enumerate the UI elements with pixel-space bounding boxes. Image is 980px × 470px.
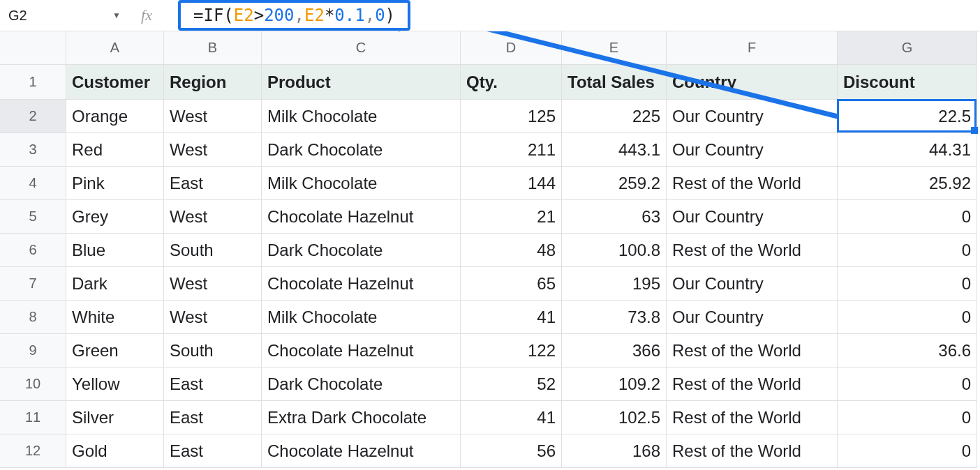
- cell-D3[interactable]: 211: [461, 133, 562, 167]
- cell-G5[interactable]: 0: [838, 200, 977, 234]
- row-header-5[interactable]: 5: [0, 200, 66, 234]
- cell-D11[interactable]: 41: [461, 401, 562, 434]
- column-header-G[interactable]: Discount: [838, 65, 977, 100]
- row-header-8[interactable]: 8: [0, 301, 66, 334]
- cell-A9[interactable]: Green: [66, 334, 164, 367]
- cell-C3[interactable]: Dark Chocolate: [262, 133, 461, 167]
- cell-C12[interactable]: Chocolate Hazelnut: [262, 434, 461, 468]
- col-header-C[interactable]: C: [262, 31, 461, 65]
- cell-F12[interactable]: Rest of the World: [667, 434, 838, 468]
- cell-F2[interactable]: Our Country: [667, 100, 838, 133]
- cell-E11[interactable]: 102.5: [562, 401, 667, 434]
- cell-F10[interactable]: Rest of the World: [667, 367, 838, 401]
- cell-D7[interactable]: 65: [461, 267, 562, 301]
- cell-B12[interactable]: East: [164, 434, 262, 468]
- cell-F11[interactable]: Rest of the World: [667, 401, 838, 434]
- cell-G12[interactable]: 0: [838, 434, 977, 468]
- cell-G11[interactable]: 0: [838, 401, 977, 434]
- cell-E2[interactable]: 225: [562, 100, 667, 133]
- cell-A5[interactable]: Grey: [66, 200, 164, 234]
- cell-G7[interactable]: 0: [838, 267, 977, 301]
- cell-B10[interactable]: East: [164, 367, 262, 401]
- cell-G10[interactable]: 0: [838, 367, 977, 401]
- col-header-E[interactable]: E: [562, 31, 667, 65]
- cell-D10[interactable]: 52: [461, 367, 562, 401]
- cell-F7[interactable]: Our Country: [667, 267, 838, 301]
- cell-B9[interactable]: South: [164, 334, 262, 367]
- col-header-F[interactable]: F: [667, 31, 838, 65]
- cell-B8[interactable]: West: [164, 301, 262, 334]
- cell-G8[interactable]: 0: [838, 301, 977, 334]
- cell-B2[interactable]: West: [164, 100, 262, 133]
- cell-C8[interactable]: Milk Chocolate: [262, 301, 461, 334]
- cell-A4[interactable]: Pink: [66, 167, 164, 200]
- cell-D9[interactable]: 122: [461, 334, 562, 367]
- row-header-12[interactable]: 12: [0, 434, 66, 468]
- cell-A10[interactable]: Yellow: [66, 367, 164, 401]
- cell-E9[interactable]: 366: [562, 334, 667, 367]
- cell-F5[interactable]: Our Country: [667, 200, 838, 234]
- cell-C7[interactable]: Chocolate Hazelnut: [262, 267, 461, 301]
- cell-C9[interactable]: Chocolate Hazelnut: [262, 334, 461, 367]
- row-header-10[interactable]: 10: [0, 367, 66, 401]
- cell-E4[interactable]: 259.2: [562, 167, 667, 200]
- row-header-9[interactable]: 9: [0, 334, 66, 367]
- cell-C5[interactable]: Chocolate Hazelnut: [262, 200, 461, 234]
- cell-D5[interactable]: 21: [461, 200, 562, 234]
- col-header-A[interactable]: A: [66, 31, 164, 65]
- cell-E7[interactable]: 195: [562, 267, 667, 301]
- row-header-3[interactable]: 3: [0, 133, 66, 167]
- cell-G2[interactable]: 22.5: [838, 100, 977, 133]
- col-header-G[interactable]: G: [838, 31, 977, 65]
- cell-C11[interactable]: Extra Dark Chocolate: [262, 401, 461, 434]
- row-header-2[interactable]: 2: [0, 100, 66, 133]
- col-header-D[interactable]: D: [461, 31, 562, 65]
- column-header-A[interactable]: Customer: [66, 65, 164, 100]
- cell-B4[interactable]: East: [164, 167, 262, 200]
- cell-E8[interactable]: 73.8: [562, 301, 667, 334]
- formula-input[interactable]: =IF(E2>200,E2*0.1,0): [178, 0, 410, 31]
- cell-C6[interactable]: Dark Chocolate: [262, 234, 461, 267]
- cell-D4[interactable]: 144: [461, 167, 562, 200]
- select-all-corner[interactable]: [0, 31, 66, 65]
- cell-A11[interactable]: Silver: [66, 401, 164, 434]
- cell-D2[interactable]: 125: [461, 100, 562, 133]
- cell-A6[interactable]: Blue: [66, 234, 164, 267]
- cell-G6[interactable]: 0: [838, 234, 977, 267]
- cell-D12[interactable]: 56: [461, 434, 562, 468]
- cell-B5[interactable]: West: [164, 200, 262, 234]
- cell-C4[interactable]: Milk Chocolate: [262, 167, 461, 200]
- cell-C2[interactable]: Milk Chocolate: [262, 100, 461, 133]
- cell-F9[interactable]: Rest of the World: [667, 334, 838, 367]
- row-header-6[interactable]: 6: [0, 234, 66, 267]
- row-header-1[interactable]: 1: [0, 65, 66, 100]
- column-header-E[interactable]: Total Sales: [562, 65, 667, 100]
- cell-G3[interactable]: 44.31: [838, 133, 977, 167]
- cell-F6[interactable]: Rest of the World: [667, 234, 838, 267]
- cell-E3[interactable]: 443.1: [562, 133, 667, 167]
- cell-B11[interactable]: East: [164, 401, 262, 434]
- row-header-4[interactable]: 4: [0, 167, 66, 200]
- cell-A7[interactable]: Dark: [66, 267, 164, 301]
- fx-icon[interactable]: fx: [129, 6, 164, 24]
- col-header-B[interactable]: B: [164, 31, 262, 65]
- cell-F8[interactable]: Our Country: [667, 301, 838, 334]
- cell-E12[interactable]: 168: [562, 434, 667, 468]
- cell-F3[interactable]: Our Country: [667, 133, 838, 167]
- cell-F4[interactable]: Rest of the World: [667, 167, 838, 200]
- cell-D6[interactable]: 48: [461, 234, 562, 267]
- cell-G9[interactable]: 36.6: [838, 334, 977, 367]
- row-header-7[interactable]: 7: [0, 267, 66, 301]
- cell-A2[interactable]: Orange: [66, 100, 164, 133]
- cell-C10[interactable]: Dark Chocolate: [262, 367, 461, 401]
- row-header-11[interactable]: 11: [0, 401, 66, 434]
- cell-G4[interactable]: 25.92: [838, 167, 977, 200]
- cell-B6[interactable]: South: [164, 234, 262, 267]
- cell-B3[interactable]: West: [164, 133, 262, 167]
- column-header-D[interactable]: Qty.: [461, 65, 562, 100]
- cell-E5[interactable]: 63: [562, 200, 667, 234]
- cell-A3[interactable]: Red: [66, 133, 164, 167]
- cell-A12[interactable]: Gold: [66, 434, 164, 468]
- cell-E6[interactable]: 100.8: [562, 234, 667, 267]
- cell-E10[interactable]: 109.2: [562, 367, 667, 401]
